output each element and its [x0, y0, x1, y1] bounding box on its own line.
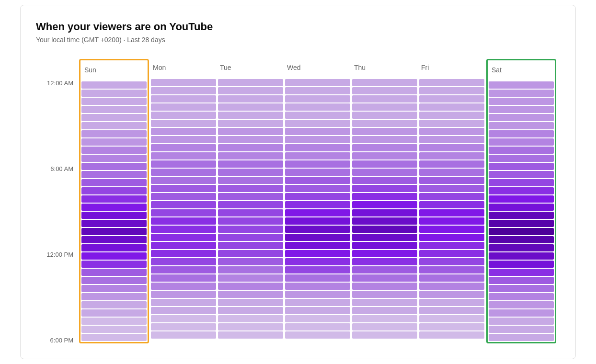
heatmap-cell [151, 217, 216, 225]
heatmap-cell [285, 291, 350, 298]
day-col-tue: Tue [218, 59, 283, 343]
heatmap-cell [81, 334, 147, 341]
heatmap-cell [151, 209, 216, 216]
day-col-sun: Sun [79, 59, 149, 343]
heatmap-cell [81, 138, 147, 146]
heatmap-cell [352, 185, 417, 192]
heatmap-cell [419, 250, 484, 257]
heatmap-cell [419, 226, 484, 233]
heatmap-cell [352, 144, 417, 151]
heatmap-cell [285, 331, 350, 339]
heatmap-cell [489, 269, 554, 276]
day-col-wed: Wed [285, 59, 350, 343]
heatmap-cell [81, 285, 147, 292]
heatmap-cell [489, 171, 554, 178]
heatmap-cell [218, 112, 283, 119]
heatmap-cell [218, 291, 283, 298]
heatmap-cell [285, 136, 350, 143]
heatmap-cell [81, 90, 147, 97]
heatmap-cell [81, 261, 147, 268]
heatmap-cell [489, 122, 554, 129]
heatmap-cell [81, 293, 147, 300]
heatmap-cell [419, 169, 484, 176]
heatmap-cell [489, 81, 554, 89]
heatmap-cell [285, 283, 350, 290]
heatmap-cell [419, 283, 484, 290]
heatmap-cell [81, 212, 147, 219]
heatmap-cell [489, 163, 554, 170]
heatmap-cell [352, 217, 417, 225]
heatmap-cell [285, 120, 350, 127]
chart-subtitle: Your local time (GMT +0200) · Last 28 da… [36, 36, 556, 44]
heatmap-cell [218, 185, 283, 192]
heatmap-cell [81, 163, 147, 170]
heatmap-cell [151, 250, 216, 257]
y-label: 12:00 PM [36, 251, 79, 258]
heatmap-cell [151, 79, 216, 86]
heatmap-cell [285, 323, 350, 330]
heatmap-cell [218, 209, 283, 216]
heatmap-cell [151, 95, 216, 102]
heatmap-cell [81, 98, 147, 105]
heatmap-cell [285, 201, 350, 208]
heatmap-cell [419, 315, 484, 322]
heatmap-cell [81, 326, 147, 333]
heatmap-cell [489, 326, 554, 333]
heatmap-cell [489, 98, 554, 105]
heatmap-cell [419, 193, 484, 200]
heatmap-cell [81, 269, 147, 276]
heatmap-cell [285, 185, 350, 192]
heatmap-cell [81, 106, 147, 113]
chart-card: When your viewers are on YouTube Your lo… [20, 5, 576, 359]
heatmap-cell [352, 112, 417, 119]
heatmap-cell [489, 301, 554, 308]
heatmap-cell [489, 309, 554, 317]
cells-wed [285, 79, 350, 343]
heatmap-cell [419, 128, 484, 135]
heatmap-cell [489, 155, 554, 162]
y-label: 12:00 AM [36, 80, 79, 86]
y-label: 6:00 PM [36, 337, 79, 343]
heatmap-cell [489, 130, 554, 137]
heatmap-cell [151, 274, 216, 282]
heatmap-cell [81, 309, 147, 317]
heatmap-cell [285, 274, 350, 282]
heatmap-cell [81, 187, 147, 194]
heatmap-cell [419, 217, 484, 225]
heatmap-cell [419, 87, 484, 94]
heatmap-cell [218, 274, 283, 282]
heatmap-cell [489, 277, 554, 284]
heatmap-cell [419, 299, 484, 306]
heatmap-cell [419, 234, 484, 241]
heatmap-cell [285, 307, 350, 314]
heatmap-cell [81, 147, 147, 154]
heatmap-cell [285, 177, 350, 184]
heatmap-cell [285, 217, 350, 225]
heatmap-cell [419, 177, 484, 184]
heatmap-cell [285, 266, 350, 273]
y-axis: 12:00 AM6:00 AM12:00 PM6:00 PM [36, 59, 79, 343]
heatmap-cell [151, 291, 216, 298]
heatmap-cell [489, 220, 554, 227]
heatmap-cell [285, 315, 350, 322]
heatmap-cell [218, 103, 283, 111]
heatmap-cell [352, 283, 417, 290]
day-col-thu: Thu [352, 59, 417, 343]
heatmap-cell [352, 160, 417, 168]
heatmap-cell [352, 152, 417, 159]
heatmap-cell [151, 234, 216, 241]
heatmap-cell [151, 136, 216, 143]
heatmap-cell [218, 323, 283, 330]
heatmap-cell [218, 169, 283, 176]
heatmap-cell [419, 331, 484, 339]
heatmap-cell [352, 226, 417, 233]
heatmap-cell [489, 90, 554, 97]
heatmap-cell [218, 87, 283, 94]
heatmap-cell [151, 193, 216, 200]
heatmap-cell [419, 291, 484, 298]
cells-mon [151, 79, 216, 343]
day-col-sat: Sat [486, 59, 556, 343]
heatmap-cell [352, 169, 417, 176]
cells-sun [81, 81, 147, 341]
heatmap-cell [352, 128, 417, 135]
